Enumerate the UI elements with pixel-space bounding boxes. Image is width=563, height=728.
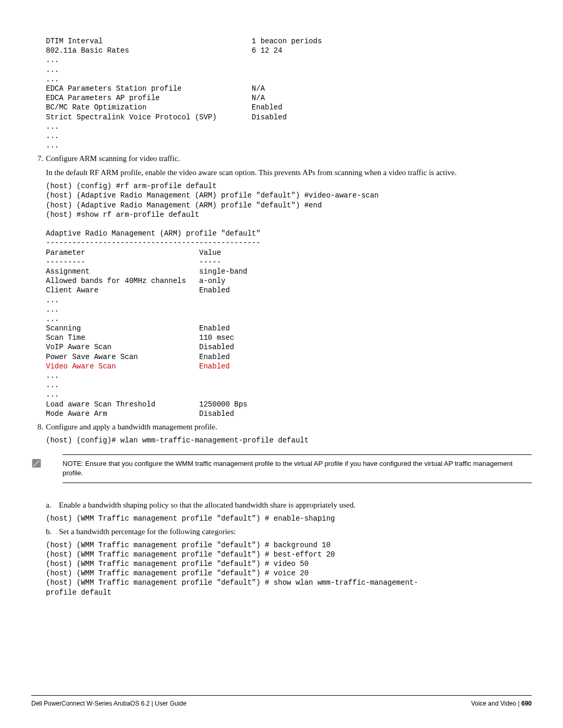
substep-b: b. Set a bandwidth percentage for the fo… — [31, 526, 532, 537]
step-7: 7. Configure ARM scanning for video traf… — [31, 153, 532, 164]
note-label: NOTE: — [63, 460, 83, 467]
code-block-4: (host) (WMM Traffic management profile "… — [46, 514, 532, 523]
code-block-2: (host) (config) #rf arm-profile default … — [46, 181, 532, 418]
code-block-5-container: (host) (WMM Traffic management profile "… — [31, 540, 532, 597]
substep-b-letter: b. — [46, 526, 59, 537]
step-7-content: Configure ARM scanning for video traffic… — [46, 153, 532, 164]
code-block-5: (host) (WMM Traffic management profile "… — [46, 540, 532, 597]
code-block-4-container: (host) (WMM Traffic management profile "… — [31, 514, 532, 523]
note-text: Ensure that you configure the WMM traffi… — [63, 460, 512, 477]
code-block-2-pre: (host) (config) #rf arm-profile default … — [46, 182, 379, 361]
step-8-title: Configure and apply a bandwidth manageme… — [46, 423, 217, 431]
footer-guide: | User Guide — [150, 700, 186, 707]
footer-left: Dell PowerConnect W-Series ArubaOS 6.2 |… — [31, 700, 187, 707]
footer-page-number: 690 — [521, 700, 532, 707]
code-block-3: (host) (config)# wlan wmm-traffic-manage… — [46, 436, 532, 445]
step-7-title: Configure ARM scanning for video traffic… — [46, 154, 180, 163]
code-block-1: DTIM Interval 1 beacon periods 802.11a B… — [46, 36, 532, 150]
code-block-2-highlight: Video Aware Scan Enabled — [46, 362, 230, 371]
step-7-paragraph: In the default RF ARM profile, enable th… — [31, 167, 532, 178]
note-icon — [31, 458, 42, 468]
code-block-1-container: DTIM Interval 1 beacon periods 802.11a B… — [31, 36, 532, 150]
page: DTIM Interval 1 beacon periods 802.11a B… — [0, 0, 563, 728]
step-8-content: Configure and apply a bandwidth manageme… — [46, 422, 532, 433]
substep-a: a. Enable a bandwidth shaping policy so … — [31, 500, 532, 511]
note-block: NOTE: Ensure that you configure the WMM … — [63, 454, 532, 483]
step-8: 8. Configure and apply a bandwidth manag… — [31, 422, 532, 433]
code-block-3-container: (host) (config)# wlan wmm-traffic-manage… — [31, 436, 532, 445]
substep-b-text: Set a bandwidth percentage for the follo… — [59, 526, 532, 537]
footer-product: Dell PowerConnect W-Series ArubaOS 6.2 — [31, 700, 150, 707]
step-8-number: 8. — [31, 422, 46, 433]
code-block-2-container: (host) (config) #rf arm-profile default … — [31, 181, 532, 418]
code-block-2-post: ... ... ... Load aware Scan Threshold 12… — [46, 372, 247, 418]
footer-separator: | — [516, 700, 521, 707]
substep-a-text: Enable a bandwidth shaping policy so tha… — [59, 500, 532, 511]
footer-section: Voice and Video — [471, 700, 517, 707]
footer-right: Voice and Video | 690 — [471, 700, 532, 707]
page-footer: Dell PowerConnect W-Series ArubaOS 6.2 |… — [31, 695, 532, 707]
substep-a-letter: a. — [46, 500, 59, 511]
step-7-number: 7. — [31, 153, 46, 164]
